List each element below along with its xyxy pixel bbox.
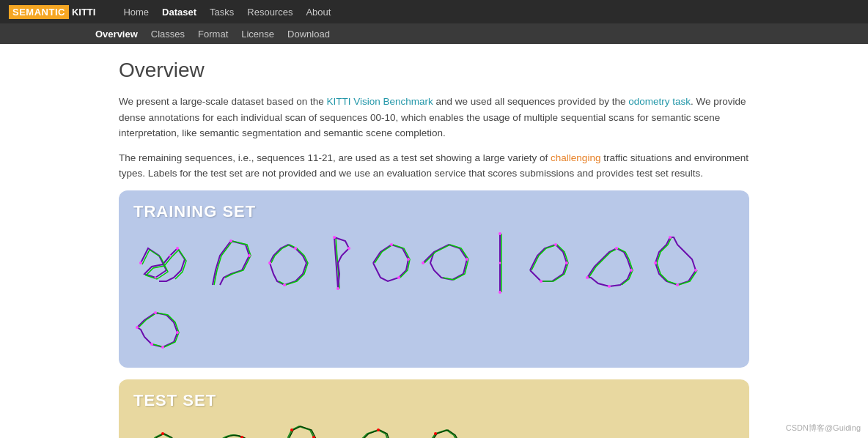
trajectory-10 [133, 302, 192, 353]
svg-point-18 [466, 258, 468, 261]
svg-point-51 [377, 428, 380, 431]
svg-point-6 [268, 261, 271, 264]
svg-point-8 [283, 283, 286, 286]
subnav-format[interactable]: Format [198, 29, 228, 40]
test-trajectory-11 [133, 419, 199, 438]
svg-point-32 [654, 261, 657, 264]
svg-point-30 [608, 285, 611, 288]
svg-point-27 [586, 276, 589, 279]
svg-point-2 [169, 254, 172, 256]
svg-point-41 [161, 432, 164, 435]
trajectory-01 [205, 234, 257, 292]
svg-point-37 [176, 331, 179, 334]
trajectory-07 [523, 234, 578, 292]
svg-point-35 [136, 326, 139, 329]
svg-point-1 [176, 247, 179, 250]
trajectory-06 [484, 230, 517, 296]
svg-point-15 [407, 258, 410, 261]
test-trajectory-12 [205, 423, 268, 438]
top-navigation: SEMANTIC KITTI Home Dataset Tasks Resour… [0, 0, 868, 23]
odometry-task-link[interactable]: odometry task [628, 96, 691, 107]
svg-point-11 [333, 236, 336, 239]
svg-point-14 [390, 243, 393, 246]
test-set-box: TEST SET [119, 379, 749, 438]
training-trajectories [133, 230, 735, 353]
svg-point-26 [540, 280, 542, 283]
svg-point-12 [347, 247, 350, 250]
trajectory-00 [133, 234, 199, 292]
sub-navigation: Overview Classes Format License Download [0, 23, 868, 44]
logo-kitti: KITTI [69, 5, 99, 19]
subnav-classes[interactable]: Classes [151, 29, 185, 40]
svg-point-17 [422, 261, 424, 264]
nav-dataset[interactable]: Dataset [162, 7, 196, 18]
svg-point-34 [694, 269, 697, 272]
nav-tasks[interactable]: Tasks [210, 7, 234, 18]
subnav-download[interactable]: Download [287, 29, 330, 40]
svg-point-3 [155, 276, 157, 278]
svg-point-31 [669, 236, 672, 239]
svg-point-21 [499, 232, 501, 235]
page-title: Overview [119, 59, 749, 82]
svg-point-47 [290, 428, 293, 431]
trajectory-04 [366, 237, 413, 289]
svg-point-5 [248, 254, 251, 257]
svg-point-13 [336, 287, 339, 290]
svg-point-36 [154, 311, 157, 314]
watermark: CSDN博客@Guiding [786, 423, 861, 434]
test-trajectory-14 [345, 419, 408, 438]
svg-point-28 [615, 247, 618, 250]
svg-point-0 [139, 261, 142, 264]
nav-resources[interactable]: Resources [247, 7, 293, 18]
subnav-overview[interactable]: Overview [95, 29, 138, 40]
trajectory-02 [262, 234, 317, 292]
svg-point-23 [499, 261, 501, 264]
trajectory-03 [323, 234, 360, 292]
svg-point-4 [229, 240, 232, 242]
svg-point-39 [161, 346, 164, 349]
intro-paragraph-2: The remaining sequences, i.e., sequences… [119, 150, 749, 182]
nav-home[interactable]: Home [123, 7, 149, 18]
subnav-license[interactable]: License [241, 29, 274, 40]
trajectory-08 [584, 234, 642, 292]
svg-point-29 [630, 269, 633, 272]
svg-point-22 [499, 291, 501, 294]
main-content: Overview We present a large-scale datase… [104, 44, 764, 438]
test-trajectory-15 [413, 419, 476, 438]
svg-point-16 [397, 276, 400, 279]
svg-point-55 [434, 432, 437, 435]
trajectory-05 [419, 237, 478, 289]
nav-about[interactable]: About [306, 7, 331, 18]
svg-point-7 [294, 247, 297, 250]
logo[interactable]: SEMANTIC KITTI [9, 5, 98, 19]
intro-paragraph-1: We present a large-scale dataset based o… [119, 94, 749, 141]
trajectory-09 [648, 234, 703, 292]
training-set-box: TRAINING SET [119, 190, 749, 368]
test-trajectories [133, 419, 735, 438]
svg-point-38 [150, 343, 153, 346]
training-set-title: TRAINING SET [133, 202, 735, 221]
svg-point-24 [554, 243, 557, 246]
svg-point-25 [565, 261, 568, 264]
kitti-benchmark-link[interactable]: KITTI Vision Benchmark [326, 96, 433, 107]
test-trajectory-13 [273, 419, 339, 438]
svg-point-33 [676, 283, 679, 286]
logo-semantic: SEMANTIC [9, 5, 69, 19]
test-set-title: TEST SET [133, 391, 735, 410]
